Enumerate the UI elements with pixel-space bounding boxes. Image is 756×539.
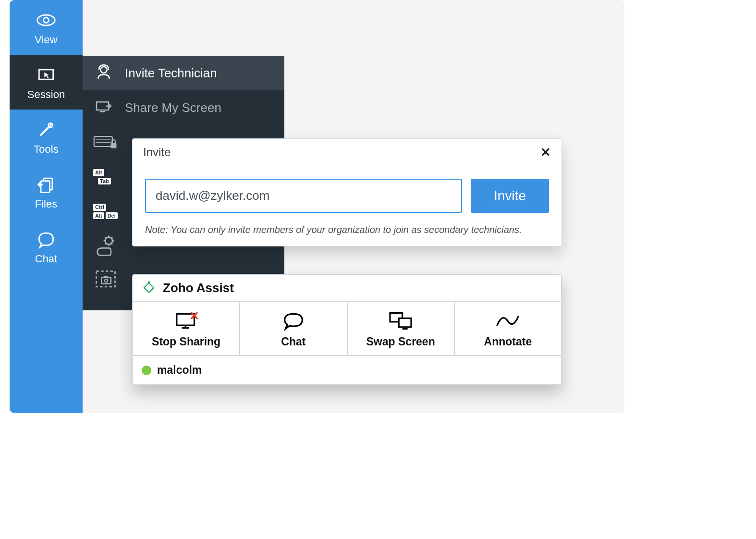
- assist-chat[interactable]: Chat: [239, 302, 346, 355]
- assist-action-label: Chat: [281, 335, 305, 348]
- sidebar-item-label: Session: [27, 88, 65, 101]
- invite-email-input[interactable]: [145, 179, 462, 213]
- annotate-icon: [494, 310, 521, 331]
- files-icon: [36, 174, 57, 195]
- sidebar-item-session[interactable]: Session: [10, 55, 83, 110]
- svg-rect-25: [399, 318, 411, 327]
- invite-dialog: Invite ✕ Invite Note: You can only invit…: [132, 138, 562, 246]
- svg-rect-13: [110, 143, 116, 148]
- sidebar-item-chat[interactable]: Chat: [10, 219, 83, 274]
- zoho-assist-logo-icon: [141, 280, 157, 296]
- headset-agent-icon: [93, 63, 114, 83]
- svg-rect-10: [94, 136, 112, 147]
- invite-dialog-title: Invite: [143, 146, 171, 159]
- assist-header: Zoho Assist: [133, 275, 561, 302]
- assist-annotate[interactable]: Annotate: [454, 302, 561, 355]
- assist-user-name: malcolm: [157, 364, 202, 377]
- sidebar-item-label: Tools: [34, 143, 58, 156]
- svg-rect-5: [41, 181, 49, 193]
- submenu-item-label: Invite Technician: [125, 66, 217, 81]
- eye-icon: [36, 10, 57, 31]
- svg-rect-19: [144, 283, 154, 293]
- svg-rect-18: [104, 276, 108, 278]
- svg-point-20: [148, 282, 150, 283]
- chat-bubble-icon: [36, 229, 57, 250]
- svg-rect-16: [101, 278, 111, 284]
- sidebar-item-label: Chat: [35, 253, 57, 265]
- assist-footer: malcolm: [133, 356, 561, 384]
- main-sidebar: View Session Tools Files: [10, 0, 83, 413]
- assist-action-label: Stop Sharing: [152, 335, 220, 348]
- sidebar-item-files[interactable]: Files: [10, 164, 83, 219]
- hand-gear-icon: [93, 233, 118, 258]
- svg-point-0: [37, 15, 55, 25]
- assist-stop-sharing[interactable]: Stop Sharing: [133, 302, 239, 355]
- svg-point-1: [44, 18, 49, 23]
- ctrl-alt-del-icon: Ctrl AltDel: [93, 204, 118, 219]
- assist-panel: Zoho Assist Stop Sharing Chat: [132, 274, 562, 385]
- screenshot-icon: [93, 268, 118, 293]
- invite-note: Note: You can only invite members of you…: [145, 224, 549, 235]
- screen-share-icon: [93, 98, 114, 117]
- keyboard-lock-icon: [93, 134, 118, 151]
- assist-actions: Stop Sharing Chat Swap Screen: [133, 302, 561, 356]
- submenu-item-label: Share My Screen: [125, 100, 221, 115]
- close-icon[interactable]: ✕: [540, 146, 551, 159]
- sidebar-item-label: Files: [35, 198, 57, 210]
- monitor-cursor-icon: [36, 64, 57, 86]
- submenu-invite-technician[interactable]: Invite Technician: [83, 56, 284, 90]
- tools-icon: [36, 119, 57, 140]
- swap-screen-icon: [387, 310, 414, 331]
- stop-sharing-icon: [173, 310, 200, 331]
- invite-button[interactable]: Invite: [471, 179, 549, 213]
- alt-tab-icon: Alt Tab: [93, 169, 118, 184]
- svg-point-17: [105, 279, 108, 282]
- app-window: View Session Tools Files: [10, 0, 624, 413]
- chat-icon: [280, 310, 307, 331]
- assist-action-label: Swap Screen: [366, 335, 435, 348]
- assist-product-name: Zoho Assist: [163, 281, 234, 295]
- invite-dialog-header: Invite ✕: [133, 139, 561, 166]
- presence-indicator-icon: [142, 366, 151, 375]
- sidebar-item-tools[interactable]: Tools: [10, 110, 83, 164]
- sidebar-item-label: View: [35, 34, 57, 46]
- sidebar-item-view[interactable]: View: [10, 0, 83, 55]
- assist-action-label: Annotate: [484, 335, 532, 348]
- submenu-share-screen[interactable]: Share My Screen: [83, 90, 284, 125]
- svg-rect-21: [176, 314, 194, 325]
- svg-point-7: [105, 72, 106, 73]
- assist-swap-screen[interactable]: Swap Screen: [347, 302, 454, 355]
